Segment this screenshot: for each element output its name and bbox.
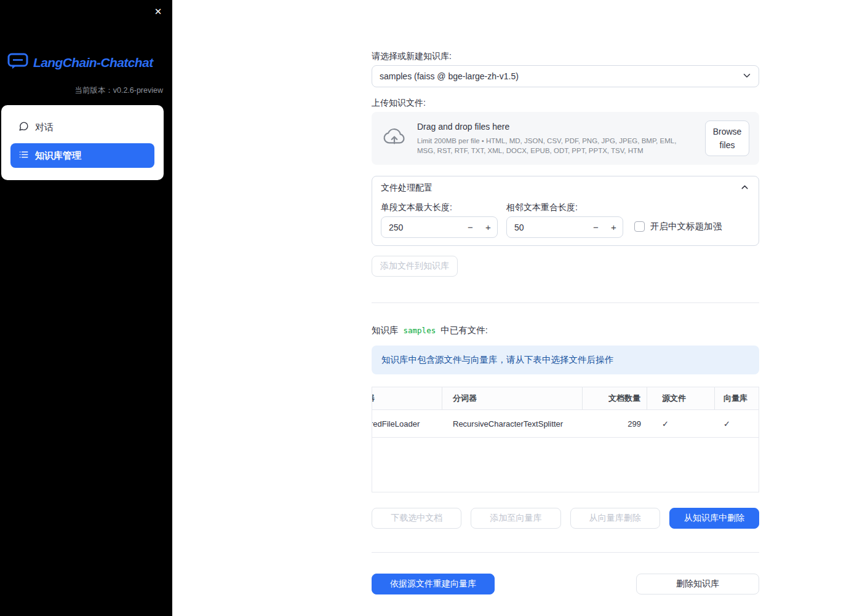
divider <box>372 302 759 303</box>
cell-doc-count: 299 <box>583 419 647 428</box>
download-selected-button[interactable]: 下载选中文档 <box>372 508 461 529</box>
kb-name-code: samples <box>404 326 436 335</box>
file-config-expander: 文件处理配置 单段文本最大长度: − + 相邻文本重合 <box>372 176 759 246</box>
zh-title-checkbox[interactable] <box>634 221 645 232</box>
overlap-group: 相邻文本重合长度: − + <box>506 202 623 238</box>
chunk-size-plus-button[interactable]: + <box>479 217 497 237</box>
cell-source-check: ✓ <box>647 419 715 428</box>
chunk-size-input[interactable] <box>381 217 461 237</box>
kb-select-label: 请选择或新建知识库: <box>372 51 759 61</box>
cell-vector-check: ✓ <box>715 419 759 428</box>
column-header-loader[interactable]: 器 <box>372 387 442 409</box>
add-to-vector-store-button[interactable]: 添加至向量库 <box>471 508 560 529</box>
expander-header[interactable]: 文件处理配置 <box>372 176 759 199</box>
cell-splitter: RecursiveCharacterTextSplitter <box>442 419 583 428</box>
sidebar-item-label: 知识库管理 <box>35 150 81 162</box>
content-column: 请选择或新建知识库: samples (faiss @ bge-large-zh… <box>372 0 759 594</box>
file-dropzone[interactable]: Drag and drop files here Limit 200MB per… <box>372 112 759 165</box>
overlap-input[interactable] <box>507 217 587 237</box>
file-action-buttons: 下载选中文档 添加至向量库 从向量库删除 从知识库中删除 <box>372 508 759 529</box>
column-header-splitter[interactable]: 分词器 <box>442 387 583 409</box>
expander-title: 文件处理配置 <box>381 183 432 194</box>
chevron-down-icon <box>741 70 752 83</box>
zh-title-checkbox-label: 开启中文标题加强 <box>650 221 722 232</box>
dropzone-limit: Limit 200MB per file • HTML, MD, JSON, C… <box>417 136 695 156</box>
app-title: LangChain-Chatchat <box>33 55 153 70</box>
sidebar-item-dialogue[interactable]: 对话 <box>10 115 154 140</box>
cell-loader: redFileLoader <box>372 419 442 428</box>
kb-action-buttons: 依据源文件重建向量库 删除知识库 <box>372 574 759 594</box>
existing-files-line: 知识库 samples 中已有文件: <box>372 324 759 336</box>
table-row[interactable]: redFileLoader RecursiveCharacterTextSpli… <box>372 410 759 438</box>
column-header-doc-count[interactable]: 文档数量 <box>583 387 647 409</box>
close-icon: ✕ <box>154 6 162 17</box>
chat-logo-icon <box>7 53 28 72</box>
add-files-to-kb-button[interactable]: 添加文件到知识库 <box>372 256 458 277</box>
chunk-size-stepper: − + <box>381 216 498 238</box>
divider <box>372 552 759 553</box>
sidebar-item-knowledge-base[interactable]: 知识库管理 <box>10 143 154 168</box>
chat-bubble-icon <box>18 121 29 133</box>
zh-title-check-group: 开启中文标题加强 <box>634 221 722 232</box>
kb-selectbox[interactable]: samples (faiss @ bge-large-zh-v1.5) <box>372 65 759 87</box>
sidebar-menu: 对话 知识库管理 <box>1 105 164 180</box>
sidebar: ✕ LangChain-Chatchat 当前版本：v0.2.6-preview… <box>0 0 172 616</box>
files-line-prefix: 知识库 <box>372 325 399 336</box>
chevron-up-icon <box>739 182 750 194</box>
chunk-size-minus-button[interactable]: − <box>461 217 479 237</box>
chunk-size-group: 单段文本最大长度: − + <box>381 202 498 238</box>
rebuild-vector-store-button[interactable]: 依据源文件重建向量库 <box>372 574 495 594</box>
files-table[interactable]: 器 分词器 文档数量 源文件 向量库 redFileLoader Recursi… <box>372 387 759 492</box>
column-header-source-file[interactable]: 源文件 <box>647 387 715 409</box>
delete-kb-button[interactable]: 删除知识库 <box>636 574 759 594</box>
table-header-row: 器 分词器 文档数量 源文件 向量库 <box>372 387 759 410</box>
version-label: 当前版本：v0.2.6-preview <box>0 85 172 96</box>
app-logo: LangChain-Chatchat <box>0 0 172 72</box>
expander-body: 单段文本最大长度: − + 相邻文本重合长度: − + <box>372 199 759 238</box>
overlap-label: 相邻文本重合长度: <box>506 202 623 212</box>
dropzone-texts: Drag and drop files here Limit 200MB per… <box>417 122 695 156</box>
list-icon <box>18 149 29 162</box>
sidebar-item-label: 对话 <box>35 122 54 133</box>
dropzone-title: Drag and drop files here <box>417 122 695 132</box>
delete-from-vector-store-button[interactable]: 从向量库删除 <box>570 508 660 529</box>
main-area: 请选择或新建知识库: samples (faiss @ bge-large-zh… <box>172 0 849 616</box>
info-alert: 知识库中包含源文件与向量库，请从下表中选择文件后操作 <box>372 346 759 374</box>
kb-selectbox-value: samples (faiss @ bge-large-zh-v1.5) <box>380 71 519 81</box>
files-line-suffix: 中已有文件: <box>440 325 488 336</box>
delete-from-kb-button[interactable]: 从知识库中删除 <box>669 508 759 529</box>
column-header-vector-store[interactable]: 向量库 <box>715 387 759 409</box>
sidebar-close-button[interactable]: ✕ <box>151 5 165 18</box>
overlap-stepper: − + <box>506 216 623 238</box>
upload-label: 上传知识文件: <box>372 98 759 108</box>
cloud-upload-icon <box>381 128 407 149</box>
overlap-plus-button[interactable]: + <box>605 217 623 237</box>
browse-files-button[interactable]: Browse files <box>705 120 749 156</box>
overlap-minus-button[interactable]: − <box>587 217 605 237</box>
chunk-size-label: 单段文本最大长度: <box>381 202 498 212</box>
